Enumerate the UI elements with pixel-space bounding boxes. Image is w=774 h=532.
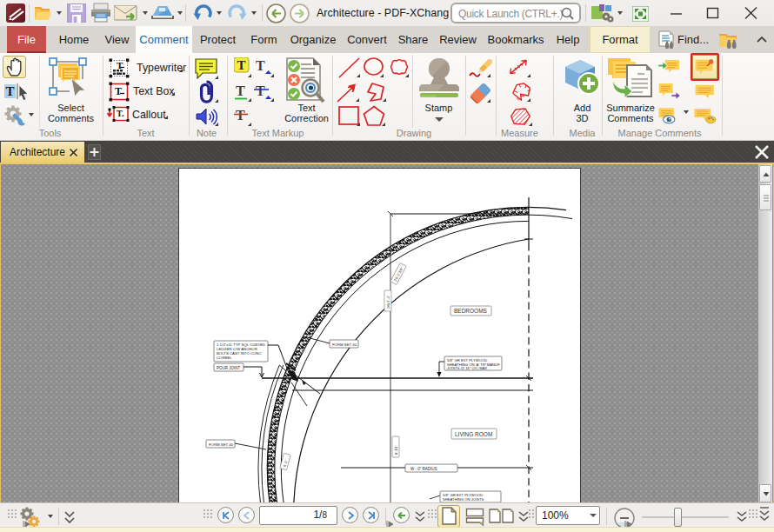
svg-text:T: T: [237, 58, 245, 72]
svg-text:CORBEL: CORBEL: [217, 356, 232, 360]
svg-text:T: T: [236, 83, 245, 98]
svg-text:LIVING ROOM: LIVING ROOM: [455, 431, 492, 437]
svg-text:POUR JOINT: POUR JOINT: [217, 366, 241, 370]
svg-text:8'-10": 8'-10": [394, 445, 398, 455]
svg-text:T: T: [236, 108, 245, 123]
svg-text:T: T: [5, 84, 14, 98]
svg-text:T: T: [256, 58, 265, 73]
svg-text:FORM SET 40: FORM SET 40: [332, 342, 357, 347]
svg-text:T: T: [115, 85, 122, 97]
svg-text:(H) 2'-4": (H) 2'-4": [386, 295, 390, 309]
svg-text:JOISTS @ 16" O/C MAX: JOISTS @ 16" O/C MAX: [447, 366, 487, 370]
svg-text:FORM SET 40: FORM SET 40: [209, 442, 234, 447]
svg-text:BEDROOMS: BEDROOMS: [454, 308, 488, 314]
svg-text:T: T: [117, 60, 123, 70]
svg-text:T: T: [256, 83, 265, 98]
svg-text:W - 0" RADIUS: W - 0" RADIUS: [410, 467, 437, 471]
svg-text:SHEATHING ON JOISTS: SHEATHING ON JOISTS: [443, 497, 484, 502]
svg-text:T.: T.: [117, 109, 124, 118]
